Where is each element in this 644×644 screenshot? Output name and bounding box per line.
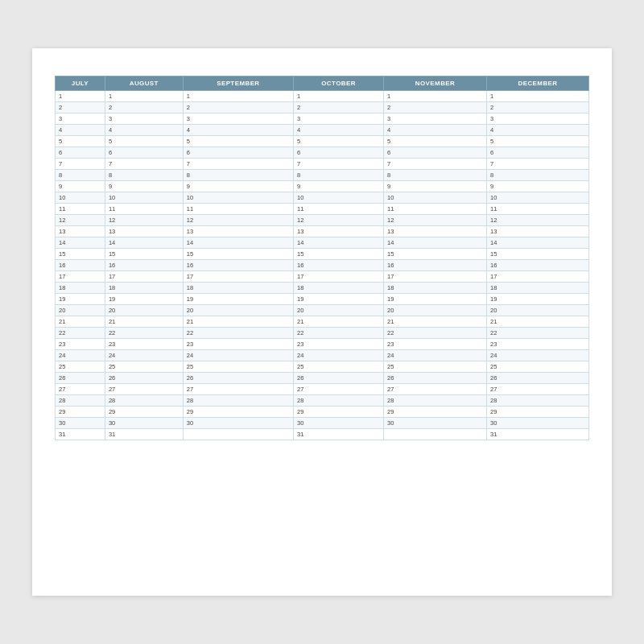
table-row: 202020202020: [56, 305, 589, 316]
day-cell: 18: [183, 283, 293, 294]
day-cell: 3: [183, 114, 293, 125]
day-cell: 1: [56, 91, 105, 102]
day-cell: 17: [487, 271, 589, 283]
day-cell: 30: [105, 418, 183, 429]
table-row: 777777: [56, 159, 589, 170]
table-row: 888888: [56, 170, 589, 181]
day-cell: 25: [56, 361, 105, 373]
day-cell: 13: [294, 226, 384, 237]
day-cell: 8: [487, 170, 589, 181]
day-cell: 11: [183, 204, 293, 215]
day-cell: 12: [105, 215, 183, 226]
day-cell: 3: [56, 114, 105, 125]
day-cell: 21: [105, 316, 183, 328]
table-row: 242424242424: [56, 350, 589, 361]
table-row: 111111111111: [56, 204, 589, 215]
table-row: 181818181818: [56, 283, 589, 294]
day-cell: 31: [56, 429, 105, 440]
day-cell: 29: [487, 407, 589, 418]
day-cell: 23: [183, 339, 293, 350]
day-cell: 9: [56, 181, 105, 192]
day-cell: 10: [105, 192, 183, 204]
day-cell: 20: [384, 305, 487, 316]
day-cell: 30: [487, 418, 589, 429]
day-cell: 30: [183, 418, 293, 429]
day-cell: 18: [105, 283, 183, 294]
day-cell: 16: [105, 260, 183, 271]
day-cell: 9: [183, 181, 293, 192]
day-cell: 16: [384, 260, 487, 271]
day-cell: 6: [487, 147, 589, 159]
table-row: 999999: [56, 181, 589, 192]
table-row: 272727272727: [56, 384, 589, 395]
day-cell: 8: [294, 170, 384, 181]
month-header-november: NOVEMBER: [384, 76, 487, 91]
day-cell: 14: [384, 237, 487, 249]
day-cell: 5: [183, 136, 293, 147]
day-cell: 20: [183, 305, 293, 316]
day-cell: 14: [487, 237, 589, 249]
day-cell: 29: [294, 407, 384, 418]
day-cell: 24: [56, 350, 105, 361]
day-cell: 13: [487, 226, 589, 237]
day-cell: 13: [384, 226, 487, 237]
day-cell: 28: [56, 395, 105, 407]
day-cell: 30: [56, 418, 105, 429]
day-cell: 8: [105, 170, 183, 181]
table-row: 666666: [56, 147, 589, 159]
day-cell: 21: [487, 316, 589, 328]
day-cell: 25: [183, 361, 293, 373]
day-cell: 15: [384, 249, 487, 260]
day-cell: 1: [294, 91, 384, 102]
table-row: 282828282828: [56, 395, 589, 407]
day-cell: 10: [294, 192, 384, 204]
days-body: 1111112222223333334444445555556666667777…: [56, 91, 589, 440]
day-cell: 30: [384, 418, 487, 429]
day-cell: 19: [294, 294, 384, 305]
table-row: 212121212121: [56, 316, 589, 328]
day-cell: 4: [56, 125, 105, 136]
day-cell: 22: [183, 328, 293, 339]
day-cell: 19: [56, 294, 105, 305]
day-cell: 5: [384, 136, 487, 147]
day-cell: 16: [56, 260, 105, 271]
day-cell: 16: [487, 260, 589, 271]
day-cell: 22: [487, 328, 589, 339]
month-header-row: JULYAUGUSTSEPTEMBEROCTOBERNOVEMBERDECEMB…: [56, 76, 589, 91]
day-cell: 8: [183, 170, 293, 181]
day-cell: 17: [183, 271, 293, 283]
day-cell: 25: [294, 361, 384, 373]
day-cell: 20: [487, 305, 589, 316]
month-header-december: DECEMBER: [487, 76, 589, 91]
day-cell: 28: [105, 395, 183, 407]
day-cell: 1: [183, 91, 293, 102]
day-cell: 8: [384, 170, 487, 181]
day-cell: 27: [487, 384, 589, 395]
day-cell: 20: [105, 305, 183, 316]
day-cell: 5: [105, 136, 183, 147]
day-cell: 12: [384, 215, 487, 226]
table-row: 232323232323: [56, 339, 589, 350]
day-cell: 31: [487, 429, 589, 440]
day-cell: 1: [105, 91, 183, 102]
day-cell: 15: [294, 249, 384, 260]
day-cell: 15: [56, 249, 105, 260]
day-cell: 10: [487, 192, 589, 204]
month-header-october: OCTOBER: [294, 76, 384, 91]
day-cell: [384, 429, 487, 440]
table-row: 555555: [56, 136, 589, 147]
day-cell: 8: [56, 170, 105, 181]
day-cell: 14: [56, 237, 105, 249]
table-row: 111111: [56, 91, 589, 102]
day-cell: 29: [56, 407, 105, 418]
day-cell: 25: [384, 361, 487, 373]
day-cell: 26: [56, 373, 105, 384]
day-cell: 3: [294, 114, 384, 125]
day-cell: 11: [487, 204, 589, 215]
day-cell: 21: [183, 316, 293, 328]
day-cell: 4: [105, 125, 183, 136]
day-cell: 2: [105, 102, 183, 114]
day-cell: 29: [183, 407, 293, 418]
day-cell: 6: [183, 147, 293, 159]
day-cell: 26: [183, 373, 293, 384]
